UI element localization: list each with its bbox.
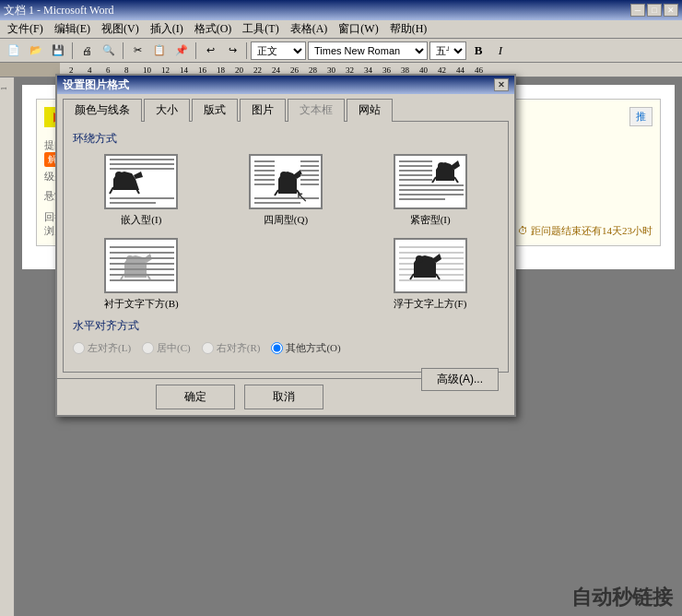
align-center-option[interactable]: 居中(C) bbox=[142, 341, 191, 355]
align-left-radio[interactable] bbox=[73, 342, 85, 354]
minimize-button[interactable]: ─ bbox=[630, 4, 645, 17]
svg-rect-23 bbox=[399, 160, 432, 162]
svg-rect-11 bbox=[254, 179, 275, 181]
front-wrap-svg bbox=[395, 239, 465, 292]
style-select[interactable]: 正文 bbox=[251, 41, 306, 60]
copy-button[interactable]: 📋 bbox=[149, 41, 170, 60]
svg-rect-34 bbox=[110, 252, 174, 254]
close-button[interactable]: ✕ bbox=[664, 4, 678, 17]
separator-2 bbox=[123, 42, 123, 59]
svg-point-47 bbox=[416, 255, 423, 263]
svg-rect-5 bbox=[110, 197, 174, 199]
wrap-options-bottom: 衬于文字下方(B) bbox=[73, 238, 499, 311]
wrap-icon-inline bbox=[104, 154, 178, 209]
dialog-tabs: 颜色与线条 大小 版式 图片 文本框 网站 bbox=[57, 94, 514, 121]
svg-rect-25 bbox=[399, 170, 432, 172]
wrap-option-inline[interactable]: 嵌入型(I) bbox=[73, 154, 210, 227]
menu-edit[interactable]: 编辑(E) bbox=[49, 19, 96, 39]
paste-button[interactable]: 📌 bbox=[171, 41, 192, 60]
save-button[interactable]: 💾 bbox=[48, 41, 68, 60]
align-right-option[interactable]: 右对齐(R) bbox=[202, 341, 261, 355]
wrap-section-label: 环绕方式 bbox=[73, 131, 499, 147]
separator-4 bbox=[246, 42, 247, 59]
svg-rect-17 bbox=[300, 174, 319, 176]
svg-rect-29 bbox=[399, 189, 464, 191]
wrap-label-tight: 紧密型(I) bbox=[410, 213, 451, 227]
tab-picture[interactable]: 图片 bbox=[240, 99, 286, 122]
new-button[interactable]: 📄 bbox=[4, 41, 24, 60]
bold-button[interactable]: B bbox=[468, 41, 488, 60]
align-other-option[interactable]: 其他方式(O) bbox=[271, 341, 340, 355]
svg-rect-30 bbox=[399, 194, 464, 195]
svg-rect-27 bbox=[399, 179, 432, 181]
wrap-option-behind[interactable]: 衬于文字下方(B) bbox=[73, 238, 210, 311]
align-other-radio[interactable] bbox=[271, 342, 283, 354]
dialog-close-button[interactable]: ✕ bbox=[494, 78, 509, 91]
menu-insert[interactable]: 插入(I) bbox=[145, 19, 189, 39]
menu-file[interactable]: 文件(F) bbox=[2, 19, 49, 39]
wrap-label-front: 浮于文字上方(F) bbox=[394, 297, 466, 311]
italic-button[interactable]: I bbox=[490, 41, 511, 60]
ok-button[interactable]: 确定 bbox=[156, 385, 235, 409]
align-right-radio[interactable] bbox=[202, 342, 214, 354]
undo-button[interactable]: ↩ bbox=[200, 41, 220, 60]
svg-rect-7 bbox=[254, 160, 275, 162]
inline-wrap-svg bbox=[106, 155, 176, 208]
dialog-title-bar: 设置图片格式 ✕ bbox=[57, 76, 514, 94]
maximize-button[interactable]: □ bbox=[647, 4, 662, 17]
svg-rect-21 bbox=[254, 202, 300, 204]
cancel-button[interactable]: 取消 bbox=[244, 385, 323, 409]
svg-rect-16 bbox=[300, 170, 319, 172]
align-options-row: 左对齐(L) 居中(C) 右对齐(R) 其他方式(O) bbox=[73, 341, 499, 355]
advanced-button[interactable]: 高级(A)... bbox=[421, 368, 499, 391]
svg-rect-24 bbox=[399, 165, 432, 167]
tight-wrap-svg bbox=[395, 155, 465, 208]
open-button[interactable]: 📂 bbox=[26, 41, 46, 60]
tab-textbox[interactable]: 文本框 bbox=[288, 99, 345, 122]
align-section-label: 水平对齐方式 bbox=[73, 318, 499, 334]
cut-button[interactable]: ✂ bbox=[127, 41, 147, 60]
menu-format[interactable]: 格式(O) bbox=[189, 19, 238, 39]
ruler-margin-left bbox=[0, 63, 60, 77]
align-center-radio[interactable] bbox=[142, 342, 154, 354]
menu-table[interactable]: 表格(A) bbox=[285, 19, 334, 39]
app-title: 文档 1 - Microsoft Word bbox=[4, 3, 630, 18]
time-left-label: ⏱ 距问题结束还有14天23小时 bbox=[518, 224, 653, 238]
tab-color-lines[interactable]: 颜色与线条 bbox=[63, 99, 142, 122]
tab-website[interactable]: 网站 bbox=[347, 99, 393, 122]
behind-wrap-svg bbox=[106, 239, 176, 292]
vertical-ruler: 1 bbox=[0, 77, 15, 616]
redo-button[interactable]: ↪ bbox=[222, 41, 242, 60]
align-section: 水平对齐方式 左对齐(L) 居中(C) 右对齐(R) 其他方式(O) bbox=[73, 318, 499, 355]
menu-window[interactable]: 窗口(W) bbox=[333, 19, 383, 39]
font-select[interactable]: Times New Roman bbox=[308, 41, 428, 60]
dialog-footer: 确定 取消 bbox=[57, 378, 421, 415]
svg-rect-1 bbox=[110, 163, 174, 165]
preview-button[interactable]: 🔍 bbox=[99, 41, 119, 60]
svg-rect-18 bbox=[300, 179, 319, 181]
dialog-title-text: 设置图片格式 bbox=[63, 77, 494, 93]
svg-point-22 bbox=[438, 162, 445, 170]
align-left-option[interactable]: 左对齐(L) bbox=[73, 341, 131, 355]
dialog-content-area: 环绕方式 bbox=[63, 121, 509, 373]
menu-bar: 文件(F) 编辑(E) 视图(V) 插入(I) 格式(O) 工具(T) 表格(A… bbox=[0, 20, 682, 39]
menu-help[interactable]: 帮助(H) bbox=[384, 19, 433, 39]
wrap-option-front[interactable]: 浮于文字上方(F) bbox=[361, 238, 499, 311]
push-button[interactable]: 推 bbox=[629, 107, 653, 126]
wrap-label-square: 四周型(Q) bbox=[264, 213, 308, 227]
svg-rect-38 bbox=[110, 274, 174, 276]
wrap-option-square[interactable]: ↖ 四周型(Q) bbox=[218, 154, 355, 227]
tab-layout[interactable]: 版式 bbox=[192, 99, 238, 122]
tab-size[interactable]: 大小 bbox=[144, 99, 190, 122]
menu-view[interactable]: 视图(V) bbox=[96, 19, 145, 39]
svg-rect-0 bbox=[110, 159, 174, 160]
menu-tools[interactable]: 工具(T) bbox=[237, 19, 284, 39]
svg-rect-46 bbox=[399, 279, 464, 281]
size-select[interactable]: 五号 bbox=[429, 41, 466, 60]
title-bar: 文档 1 - Microsoft Word ─ □ ✕ bbox=[0, 0, 682, 20]
svg-rect-28 bbox=[399, 184, 464, 186]
svg-rect-15 bbox=[300, 165, 319, 167]
wrap-option-tight[interactable]: 紧密型(I) bbox=[361, 154, 499, 227]
print-button[interactable]: 🖨 bbox=[76, 41, 97, 60]
svg-rect-19 bbox=[300, 184, 319, 185]
